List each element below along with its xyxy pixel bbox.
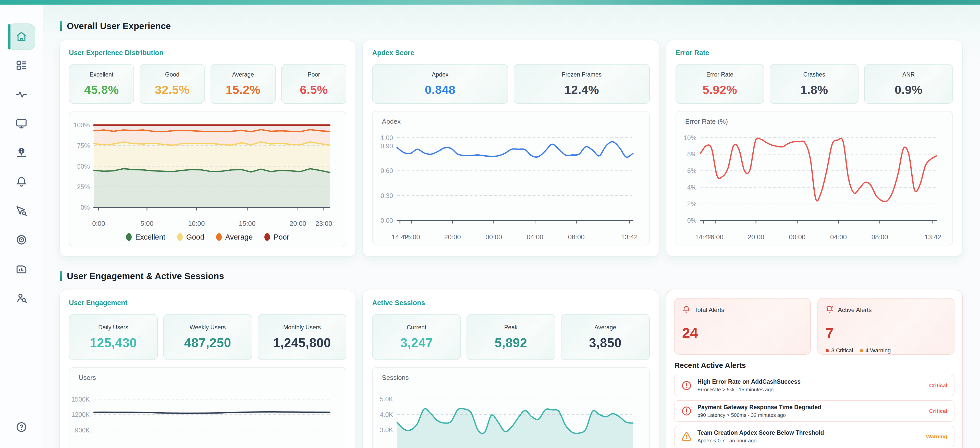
stat-label: Frozen Frames: [562, 71, 601, 78]
stat-label: Daily Users: [98, 324, 128, 331]
svg-text:1500K: 1500K: [72, 396, 90, 403]
stat-value: 45.8%: [84, 83, 119, 97]
svg-text:0%: 0%: [81, 204, 90, 211]
sessions-area-chart: 5.0K4.0K3.0K: [372, 382, 640, 448]
help-circle-icon: [16, 429, 27, 434]
svg-text:08:00: 08:00: [568, 233, 585, 241]
sessions-stats-row: Current 3,247 Peak 5,892 Average 3,850: [372, 314, 649, 360]
alert-row[interactable]: High Error Rate on AddCashSuccess Error …: [674, 375, 955, 396]
stat-tile-apdex: Apdex 0.848: [372, 64, 508, 104]
stat-tile-current: Current 3,247: [372, 314, 461, 360]
stat-tile-error-rate: Error Rate 5.92%: [676, 64, 764, 104]
activity-icon: [16, 89, 27, 101]
alert-row[interactable]: Team Creation Apdex Score Below Threshol…: [674, 426, 955, 447]
sidebar-item-user-search[interactable]: [0, 285, 43, 312]
section-header-engagement: User Engagement & Active Sessions: [60, 271, 963, 281]
legend-item-good[interactable]: Good: [177, 233, 204, 241]
home-icon: [8, 24, 35, 50]
sidebar-item-reports[interactable]: [0, 256, 43, 283]
alert-circle-icon: [681, 380, 692, 391]
stat-label: Poor: [307, 71, 320, 78]
alert-title: Payment Gateway Response Time Degraded: [697, 404, 924, 411]
stat-value: 487,250: [184, 335, 231, 350]
total-alerts-tile: Total Alerts 24: [674, 298, 811, 354]
stat-value: 0.848: [425, 83, 455, 97]
stat-value: 5.92%: [703, 83, 737, 97]
stat-label: Error Rate: [706, 71, 733, 78]
sidebar-item-devices[interactable]: [0, 111, 43, 137]
stat-tile-good: Good 32.5%: [140, 64, 205, 104]
sidebar-item-network[interactable]: [0, 140, 43, 166]
help-button[interactable]: [16, 421, 27, 434]
stat-tile-average: Average 15.2%: [210, 64, 275, 104]
section-title: User Engagement & Active Sessions: [67, 271, 224, 281]
stat-tile-anr: ANR 0.9%: [864, 64, 953, 104]
warning-count: 4 Warning: [860, 347, 891, 354]
stat-value: 125,430: [90, 335, 137, 350]
stat-tile-weekly-users: Weekly Users 487,250: [163, 314, 252, 360]
svg-text:1200K: 1200K: [72, 411, 90, 418]
sidebar-item-dashboards[interactable]: [0, 52, 43, 79]
svg-text:10%: 10%: [684, 134, 697, 141]
section-title: Overall User Experience: [67, 21, 171, 31]
stat-label: Weekly Users: [189, 324, 226, 331]
legend-item-average[interactable]: Average: [216, 233, 253, 241]
stat-value: 3,247: [400, 335, 433, 350]
svg-text:900K: 900K: [75, 427, 90, 434]
main-content: Overall User Experience User Experience …: [43, 5, 980, 448]
svg-text:0.90: 0.90: [381, 142, 393, 149]
sidebar-item-home[interactable]: [0, 24, 43, 50]
apdex-line-chart: 0.000.300.600.901.0014:4216:0020:0000:00…: [372, 126, 640, 242]
ux-stacked-area-chart: 0%25%50%75%100%0:005:0010:0015:0020:0023…: [69, 117, 336, 229]
alert-tile-label: Active Alerts: [838, 307, 872, 313]
svg-text:1.00: 1.00: [381, 134, 393, 141]
alert-meta: Error Rate > 5% · 15 minutes ago: [697, 387, 924, 392]
total-alerts-value: 24: [682, 324, 803, 341]
severity-badge: Warning: [926, 434, 947, 440]
legend-label: Average: [225, 233, 253, 241]
alert-row[interactable]: Payment Gateway Response Time Degraded p…: [674, 400, 955, 422]
legend-item-poor[interactable]: Poor: [264, 233, 289, 241]
severity-badge: Critical: [929, 408, 947, 414]
ux-stats-row: Excellent 45.8% Good 32.5% Average 15.2%…: [69, 64, 346, 104]
sidebar-item-monitoring[interactable]: [0, 227, 43, 254]
stat-tile-peak: Peak 5,892: [466, 314, 555, 360]
sidebar-item-performance[interactable]: [0, 82, 43, 108]
chart-label: Apdex: [382, 118, 649, 126]
alert-title: Team Creation Apdex Score Below Threshol…: [697, 429, 921, 436]
stat-tile-poor: Poor 6.5%: [281, 64, 346, 104]
stat-value: 32.5%: [155, 83, 189, 97]
stat-tile-monthly-users: Monthly Users 1,245,800: [258, 314, 347, 360]
stat-label: Average: [232, 71, 254, 78]
stat-tile-average-sessions: Average 3,850: [561, 314, 650, 360]
sessions-chart-panel: Sessions 5.0K4.0K3.0K: [372, 367, 649, 448]
card-title: Apdex Score: [372, 49, 649, 57]
alert-circle-icon: [681, 406, 692, 416]
stat-tile-daily-users: Daily Users 125,430: [69, 314, 158, 360]
stat-label: Apdex: [432, 71, 449, 78]
globe-network-icon: [16, 147, 27, 159]
card-title: Error Rate: [676, 49, 953, 57]
svg-text:4.0K: 4.0K: [380, 411, 393, 418]
stat-value: 0.9%: [895, 83, 923, 97]
svg-text:0:00: 0:00: [92, 220, 105, 227]
sidebar-item-interactions[interactable]: [0, 198, 43, 224]
user-engagement-card: User Engagement Daily Users 125,430 Week…: [59, 290, 356, 448]
users-chart-panel: Users 1500K1200K900K: [69, 367, 346, 448]
svg-text:5.0K: 5.0K: [380, 396, 393, 403]
stat-tile-frozen-frames: Frozen Frames 12.4%: [514, 64, 650, 104]
legend-item-excellent[interactable]: Excellent: [126, 233, 165, 241]
legend-label: Good: [186, 233, 204, 241]
svg-text:0.60: 0.60: [381, 167, 393, 174]
ux-distribution-card: User Experience Distribution Excellent 4…: [59, 40, 356, 257]
sidebar-nav: [0, 5, 43, 421]
critical-dot: [826, 349, 829, 352]
file-chart-icon: [16, 263, 27, 276]
alerts-card: Total Alerts 24 Active Alerts 7: [666, 290, 963, 448]
stat-label: Excellent: [89, 71, 113, 78]
svg-text:20:00: 20:00: [290, 220, 306, 227]
sidebar-item-alerts[interactable]: [0, 169, 43, 195]
svg-text:0.30: 0.30: [381, 192, 393, 199]
svg-text:0.00: 0.00: [381, 217, 393, 224]
svg-text:100%: 100%: [73, 121, 90, 129]
